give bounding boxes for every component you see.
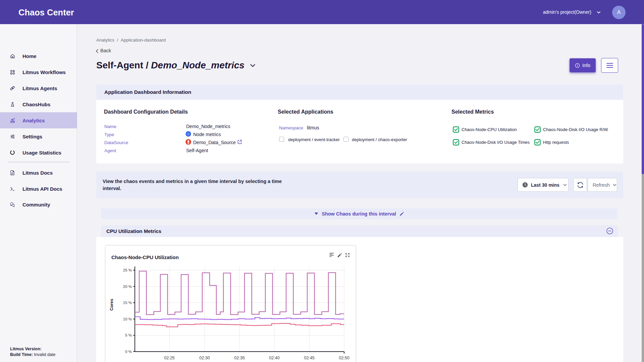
svg-text:25 %: 25 % xyxy=(123,268,132,272)
svg-text:02:40: 02:40 xyxy=(269,356,279,360)
svg-text:20 %: 20 % xyxy=(123,285,132,289)
svg-text:02:45: 02:45 xyxy=(304,356,314,360)
svg-text:10 %: 10 % xyxy=(123,317,132,321)
svg-text:02:25: 02:25 xyxy=(164,356,174,360)
svg-text:0 %: 0 % xyxy=(125,350,132,354)
svg-text:Cores: Cores xyxy=(109,299,114,310)
svg-text:5 %: 5 % xyxy=(125,333,132,337)
svg-text:02:50: 02:50 xyxy=(339,356,349,360)
svg-text:02:30: 02:30 xyxy=(199,356,210,360)
svg-text:02:35: 02:35 xyxy=(234,356,245,360)
svg-text:15 %: 15 % xyxy=(123,301,132,305)
